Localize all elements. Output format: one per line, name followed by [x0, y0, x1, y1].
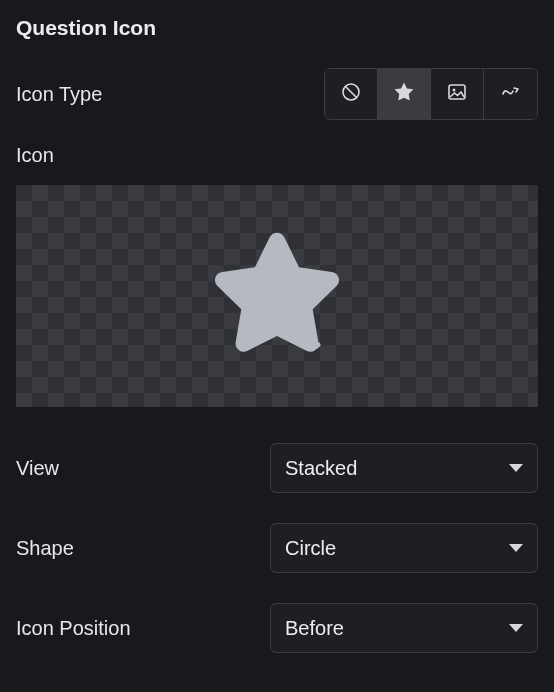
svg-rect-2: [449, 85, 465, 99]
shape-value: Circle: [285, 537, 336, 560]
shape-row: Shape Circle: [16, 523, 538, 573]
icon-type-segmented: [324, 68, 538, 120]
view-select[interactable]: Stacked: [270, 443, 538, 493]
image-icon: [445, 80, 469, 109]
icon-type-label: Icon Type: [16, 83, 102, 106]
icon-type-lottie-button[interactable]: [484, 69, 537, 119]
chevron-down-icon: [509, 624, 523, 632]
panel-title: Question Icon: [16, 16, 538, 40]
icon-position-row: Icon Position Before: [16, 603, 538, 653]
icon-section-label: Icon: [16, 144, 538, 167]
icon-type-row: Icon Type: [16, 68, 538, 120]
chevron-down-icon: [509, 544, 523, 552]
svg-point-3: [453, 88, 456, 91]
lottie-icon: [499, 80, 523, 109]
icon-position-select[interactable]: Before: [270, 603, 538, 653]
icon-type-icon-button[interactable]: [378, 69, 431, 119]
ban-icon: [339, 80, 363, 109]
icon-type-none-button[interactable]: [325, 69, 378, 119]
icon-preview-area[interactable]: [16, 185, 538, 407]
star-icon: [392, 80, 416, 109]
view-label: View: [16, 457, 59, 480]
icon-position-value: Before: [285, 617, 344, 640]
icon-position-label: Icon Position: [16, 617, 131, 640]
shape-select[interactable]: Circle: [270, 523, 538, 573]
svg-line-1: [346, 86, 357, 97]
icon-type-image-button[interactable]: [431, 69, 484, 119]
chevron-down-icon: [509, 464, 523, 472]
preview-star-icon: [202, 219, 352, 374]
shape-label: Shape: [16, 537, 74, 560]
view-value: Stacked: [285, 457, 357, 480]
view-row: View Stacked: [16, 443, 538, 493]
